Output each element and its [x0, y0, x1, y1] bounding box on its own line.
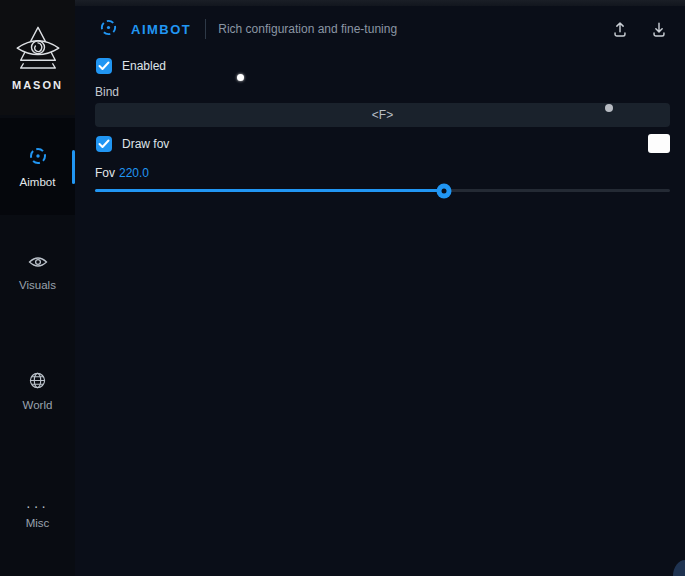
fov-label: Fov220.0 [95, 166, 149, 180]
fov-slider-fill [95, 189, 444, 192]
fov-value: 220.0 [119, 166, 149, 180]
sidebar: MASON Aimbot Visuals [0, 0, 75, 576]
draw-fov-row: Draw fov [96, 136, 169, 152]
draw-fov-checkbox[interactable] [96, 136, 112, 152]
sidebar-item-misc[interactable]: ··· Misc [0, 488, 75, 542]
sidebar-item-visuals[interactable]: Visuals [0, 246, 75, 300]
globe-icon [29, 372, 46, 393]
sidebar-item-label: World [23, 399, 53, 411]
fov-color-swatch[interactable] [648, 134, 670, 153]
fov-label-text: Fov [95, 166, 115, 180]
bind-label: Bind [95, 85, 119, 99]
eye-icon [28, 255, 48, 273]
enabled-checkbox[interactable] [96, 58, 112, 74]
ellipsis-icon: ··· [26, 501, 49, 511]
page-subtitle: Rich configuration and fine-tuning [218, 22, 397, 36]
upload-icon[interactable] [610, 19, 630, 39]
main-panel: AIMBOT Rich configuration and fine-tunin… [75, 0, 685, 576]
logo: MASON [0, 0, 75, 115]
bind-keybind-field[interactable]: <F> [95, 103, 670, 127]
app-window: MASON Aimbot Visuals [0, 0, 685, 576]
enabled-label: Enabled [122, 59, 166, 73]
sidebar-item-aimbot[interactable]: Aimbot [0, 118, 75, 215]
sidebar-item-label: Visuals [19, 279, 56, 291]
enabled-row: Enabled [96, 58, 166, 74]
fov-slider[interactable] [95, 183, 670, 198]
draw-fov-label: Draw fov [122, 137, 169, 151]
page-title: AIMBOT [131, 22, 191, 37]
crosshair-icon [99, 18, 118, 41]
mason-pyramid-eye-icon [12, 24, 64, 74]
section-header: AIMBOT Rich configuration and fine-tunin… [75, 6, 685, 52]
cursor-dot [237, 74, 244, 81]
sidebar-item-label: Aimbot [20, 176, 56, 188]
download-icon[interactable] [649, 19, 669, 39]
crosshair-icon [28, 146, 48, 170]
logo-wordmark: MASON [12, 79, 63, 91]
cursor-trail-dot [605, 104, 613, 112]
sidebar-item-label: Misc [26, 517, 50, 529]
sidebar-item-world[interactable]: World [0, 364, 75, 418]
header-divider [205, 19, 206, 39]
fov-slider-handle[interactable] [437, 183, 452, 198]
header-actions [610, 19, 669, 39]
corner-artifact [673, 560, 685, 576]
